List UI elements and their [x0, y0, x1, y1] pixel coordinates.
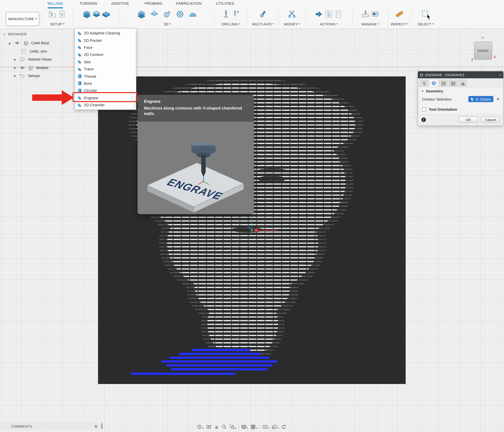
selected-chains[interactable] [132, 350, 277, 374]
visibility-eye-icon[interactable] [15, 42, 20, 45]
menu-item-2d-pocket[interactable]: 2D Pocket [75, 37, 136, 44]
panel-resize-handle[interactable] [101, 423, 103, 429]
group-separator [214, 11, 214, 27]
tab-geometry[interactable] [429, 79, 438, 87]
inspect-menu-button[interactable]: INSPECT▾ [389, 22, 410, 26]
dialog-header[interactable]: ENGRAVE : ENGRAVE3 » [418, 71, 504, 78]
menu-item-face[interactable]: Face [75, 44, 136, 51]
modify-menu-button[interactable]: MODIFY▾ [279, 22, 305, 26]
tab-tool[interactable] [420, 79, 428, 87]
zoom-window-button[interactable]: ▾ [229, 424, 236, 430]
new-setup-icon[interactable] [48, 10, 57, 18]
visibility-eye-icon[interactable] [20, 66, 25, 69]
menu-item-trace[interactable]: Trace [75, 66, 136, 73]
zoom-button[interactable] [222, 424, 227, 430]
3d-menu-button[interactable]: 3D▾ [122, 22, 213, 26]
3d-group: 3D▾ [122, 9, 213, 26]
tab-passes[interactable] [449, 79, 457, 87]
spiral-icon[interactable] [176, 10, 184, 18]
drilling-menu-button[interactable]: DRILLING▾ [216, 22, 246, 26]
fast-forward-icon[interactable]: » [499, 73, 501, 77]
dialog-body: ▼ Geometry Contour Selection 11 Chains ✕… [418, 87, 504, 126]
tab-linking[interactable] [459, 79, 467, 87]
3d-pocket-icon[interactable] [150, 10, 158, 18]
refresh-button[interactable] [281, 424, 286, 430]
visual-style-button[interactable]: ▾ [272, 424, 279, 430]
browser-title: BROWSER [8, 32, 27, 36]
gcode-sheet-icon[interactable]: G [58, 10, 66, 18]
cancel-button[interactable]: Cancel [481, 117, 500, 123]
tab-additive[interactable]: ADDITIVE [111, 1, 129, 7]
tree-item-named-views[interactable]: ▶ Named Views [0, 56, 52, 63]
machine-icon[interactable] [371, 10, 379, 18]
tree-item-setups[interactable]: ▶ Setups [0, 72, 40, 79]
select-menu-button[interactable]: SELECT▾ [412, 22, 439, 26]
menu-item-2d-contour[interactable]: 2D Contour [75, 51, 136, 58]
2d-adaptive-icon[interactable] [82, 10, 91, 18]
collapsed-triangle-icon[interactable]: ▶ [14, 74, 16, 77]
tree-item-models[interactable]: ▶ Models [0, 64, 48, 71]
2d-pocket-icon[interactable] [92, 10, 100, 18]
chains-selected-chip[interactable]: 11 Chains [468, 96, 493, 102]
orbit-button[interactable]: ▾ [197, 424, 204, 430]
tab-turning[interactable]: TURNING [80, 1, 97, 7]
setup-group: G SETUP▾ [42, 9, 72, 26]
comments-label: COMMENTS [11, 424, 32, 428]
manage-menu-button[interactable]: MANAGE▾ [353, 22, 387, 26]
menu-item-2d-adaptive-clearing[interactable]: 2D Adaptive Clearing [75, 29, 136, 36]
tab-fabrication[interactable]: FABRICATION [176, 1, 201, 7]
info-icon[interactable]: i [422, 117, 426, 122]
tree-item-units[interactable]: Units: mm [0, 48, 47, 55]
actions-menu-button[interactable]: ACTIONS▾ [306, 22, 351, 26]
drill-icon[interactable] [222, 10, 230, 18]
ruler-icon[interactable] [395, 10, 404, 18]
dialog-tab-strip [418, 78, 504, 87]
tool-orientation-row[interactable]: Tool Orientation [418, 105, 503, 114]
collapsed-triangle-icon[interactable]: ▶ [14, 58, 16, 61]
drill-add-icon[interactable] [232, 10, 240, 18]
manufacture-dropdown-button[interactable]: MANUFACTURE ▾ [6, 12, 39, 26]
ok-button[interactable]: OK [459, 117, 478, 123]
tool-library-icon[interactable] [361, 10, 370, 18]
multiaxis-icon[interactable] [259, 10, 267, 18]
display-settings-button[interactable]: ▾ [241, 424, 248, 430]
clear-selection-button[interactable]: ✕ [496, 97, 500, 101]
comments-bar[interactable]: COMMENTS ⊕ [0, 423, 100, 430]
pan-button[interactable] [214, 424, 219, 430]
group-separator [305, 11, 306, 27]
parallel-icon[interactable] [163, 10, 171, 18]
g1g2-icon[interactable]: G1G2 [325, 10, 333, 18]
viewcube-front-face[interactable]: FRONT [477, 49, 489, 52]
pocket-icon [77, 38, 81, 42]
morph-icon[interactable] [189, 10, 197, 18]
tool-orientation-checkbox[interactable] [422, 107, 426, 111]
setup-sheet-icon[interactable] [334, 10, 343, 18]
post-process-icon[interactable] [315, 10, 323, 18]
tab-milling[interactable]: MILLING [48, 1, 63, 8]
collapse-panel-icon[interactable]: « [3, 32, 5, 36]
tab-heights[interactable] [439, 79, 448, 87]
multiaxis-menu-button[interactable]: MULTI-AXIS▾ [248, 22, 278, 26]
menu-item-slot[interactable]: Slot [75, 58, 136, 65]
tab-probing[interactable]: PROBING [145, 1, 162, 7]
3d-adaptive-icon[interactable] [137, 10, 145, 18]
menu-item-bore[interactable]: Bore [75, 80, 136, 87]
inspect-group: INSPECT▾ [389, 9, 410, 26]
scissors-icon[interactable] [288, 10, 296, 18]
chevron-down-icon: ▾ [169, 23, 171, 26]
expanded-triangle-icon[interactable]: ◢ [8, 42, 10, 44]
look-at-button[interactable] [206, 424, 211, 430]
grid-settings-button[interactable]: ▾ [251, 424, 258, 430]
collapsed-triangle-icon[interactable]: ▶ [14, 66, 16, 69]
setup-menu-button[interactable]: SETUP▾ [42, 22, 72, 26]
chevron-down-icon: ▾ [268, 427, 270, 430]
menu-item-2d-chamfer[interactable]: 2D Chamfer [75, 101, 136, 109]
viewports-button[interactable]: ▾ [262, 424, 270, 430]
menu-item-thread[interactable]: Thread [75, 73, 136, 80]
face-icon[interactable] [102, 10, 110, 18]
viewcube[interactable]: FRONT [474, 42, 492, 60]
add-comment-icon[interactable]: ⊕ [94, 424, 98, 429]
tab-utilities[interactable]: UTILITIES [216, 1, 234, 7]
geometry-section-header[interactable]: ▼ Geometry [418, 87, 503, 95]
tree-item-cam-root[interactable]: ◢ CAM Root [0, 39, 49, 47]
